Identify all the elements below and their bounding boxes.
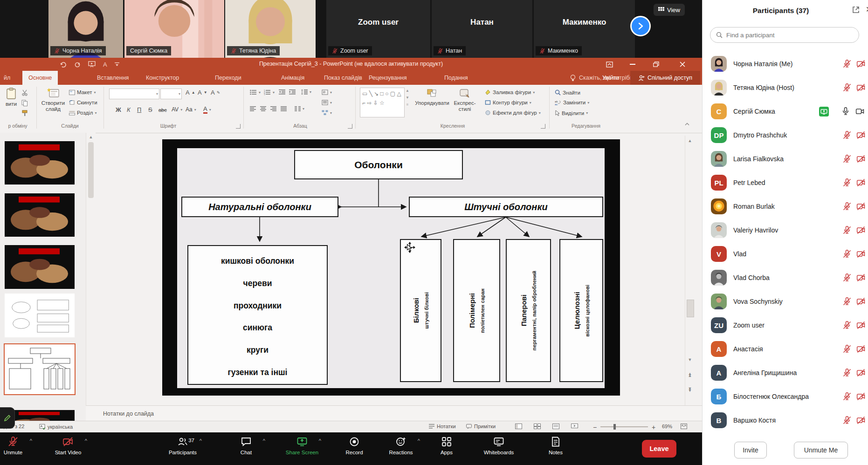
participant-row[interactable]: ББілостегнюк Олександра [703, 385, 868, 409]
new-slide-button[interactable]: Створитислайд [40, 88, 66, 112]
video-tile[interactable]: НатанНатан [432, 0, 532, 58]
shape-effects-button[interactable]: Ефекти для фігур▾ [485, 110, 541, 116]
reactions-button[interactable]: Reactions^ [375, 436, 427, 455]
restore-button[interactable] [645, 58, 667, 71]
participant-row[interactable]: AАнгеліна Грищишина [703, 361, 868, 385]
tab-8[interactable]: Подання [438, 71, 474, 85]
thumbnail-scrollbar[interactable]: ▲ [86, 133, 96, 421]
italic-button[interactable]: К [127, 106, 131, 113]
paste-button[interactable]: вити [3, 88, 20, 107]
comments-toggle[interactable]: Примітки [466, 424, 496, 429]
text-direction-icon[interactable]: ▾ [322, 89, 332, 95]
diagram-natural-list[interactable]: кишкові оболонкичеревипроходникисинюгакр… [187, 245, 328, 385]
underline-button[interactable]: П [137, 106, 141, 113]
cut-icon[interactable] [21, 89, 28, 96]
line-spacing-icon[interactable]: ▾ [301, 89, 311, 95]
align-right-icon[interactable] [270, 106, 276, 111]
justify-icon[interactable] [281, 106, 287, 111]
numbering-icon[interactable]: 123▾ [264, 89, 275, 95]
align-center-icon[interactable] [260, 106, 266, 111]
start-video-button[interactable]: Start Video^ [42, 436, 94, 455]
shrink-font-icon[interactable]: A▼ [198, 89, 207, 96]
participant-row[interactable]: Roman Burlak [703, 195, 868, 219]
close-button[interactable] [668, 58, 696, 71]
participants-button[interactable]: Participants37^ [157, 436, 208, 455]
caret-up-icon[interactable]: ^ [200, 438, 202, 444]
align-left-icon[interactable] [250, 106, 256, 111]
fit-slide-icon[interactable] [681, 424, 687, 429]
participant-row[interactable]: AАнастасія [703, 337, 868, 361]
unmute-me-button[interactable]: Unmute Me [794, 442, 848, 458]
caret-up-icon[interactable]: ^ [85, 438, 87, 444]
caret-up-icon[interactable]: ^ [319, 438, 321, 444]
tab-7[interactable]: Рецензування [363, 71, 413, 85]
minimize-button[interactable] [622, 58, 643, 71]
previous-slide-button[interactable]: ▲▲ [685, 369, 695, 380]
font-color-button[interactable]: А▾ [203, 105, 211, 114]
annotation-toolbar-handle[interactable] [0, 407, 15, 429]
diagram-root-box[interactable]: Оболонки [294, 150, 463, 179]
participant-row[interactable]: ВВаршко Костя [703, 409, 868, 432]
participant-row[interactable]: VVlad [703, 242, 868, 266]
bullets-icon[interactable]: ▾ [250, 89, 261, 95]
reset-slide-button[interactable]: Скинути [69, 100, 97, 105]
zoom-out-button[interactable]: − [593, 424, 597, 431]
whiteboards-button[interactable]: Whiteboards [473, 436, 524, 455]
share-tab[interactable]: Спільний доступ [630, 71, 700, 85]
next-videos-button[interactable] [630, 16, 651, 36]
zoom-in-button[interactable]: + [652, 424, 655, 431]
artificial-casing-column[interactable]: Полімерні поліетилен саран [453, 239, 500, 382]
select-button[interactable]: Виділити▾ [555, 110, 588, 116]
slide-thumbnail[interactable] [5, 294, 75, 337]
shapes-gallery-scroll[interactable]: ▲▼≡ [406, 89, 409, 107]
record-button[interactable]: Record [329, 436, 380, 455]
notes-button[interactable]: Notes [530, 436, 581, 455]
participant-row[interactable]: Vova Sochynskiy [703, 290, 868, 314]
video-tile[interactable]: Zoom userZoom user [326, 0, 430, 58]
columns-icon[interactable]: ▾ [295, 106, 304, 111]
participant-row[interactable]: Vlad Chorba [703, 266, 868, 290]
tab-3[interactable]: Конструктор [140, 71, 185, 85]
convert-smartart-icon[interactable]: ▾ [322, 110, 332, 116]
scroll-up-icon[interactable]: ▲ [685, 136, 695, 146]
format-painter-icon[interactable] [21, 110, 28, 116]
grow-font-icon[interactable]: A▲ [186, 89, 195, 96]
caret-up-icon[interactable]: ^ [30, 438, 32, 444]
ribbon-display-options-button[interactable] [599, 58, 620, 71]
align-text-icon[interactable]: ▾ [322, 100, 332, 105]
copy-icon[interactable] [21, 100, 28, 106]
shapes-gallery[interactable]: ▭ ╲ ↘ □ ○ ▢ △ ⌐ ⇨ ⇩ ☆ [360, 88, 405, 117]
tab-file[interactable]: йл [0, 71, 14, 85]
shape-fill-button[interactable]: Заливка фігури▾ [485, 89, 535, 95]
participant-row[interactable]: DPDmytro Prashchuk [703, 123, 868, 147]
pop-out-icon[interactable] [852, 6, 860, 14]
caret-up-icon[interactable]: ^ [263, 438, 265, 444]
sign-in-link[interactable]: Увійти [602, 71, 619, 85]
participant-row[interactable]: Чорна Наталія (Me) [703, 52, 868, 76]
clear-format-icon[interactable]: A✎ [211, 89, 220, 96]
slide-sorter-icon[interactable] [534, 424, 541, 429]
chat-button[interactable]: Chat^ [220, 436, 272, 455]
video-tile[interactable]: МакименкоМакименко [534, 0, 635, 58]
artificial-casing-column[interactable]: Білкові штучні білкові [400, 239, 441, 382]
arrange-button[interactable]: Упорядкувати [415, 89, 449, 106]
font-size-combo[interactable]: ▾ [160, 89, 182, 99]
section-button[interactable]: Розділ▾ [69, 110, 96, 116]
apps-button[interactable]: Apps [421, 436, 472, 455]
video-tile[interactable]: Тетяна Юдіна [225, 0, 316, 58]
participant-row[interactable]: Larisa Fialkovska [703, 147, 868, 171]
slide-thumbnail[interactable] [5, 193, 75, 237]
drawing-dialog-launcher[interactable] [541, 124, 545, 129]
diagram-natural-box[interactable]: Натуральні оболонки [181, 197, 338, 217]
collapse-ribbon-icon[interactable] [684, 122, 690, 126]
shadow-button[interactable]: abc [158, 107, 167, 113]
slideshow-view-icon[interactable] [571, 424, 578, 429]
paragraph-dialog-launcher[interactable] [348, 124, 352, 129]
font-dialog-launcher[interactable] [236, 124, 241, 129]
bold-button[interactable]: Ж [116, 106, 121, 113]
share-screen-button[interactable]: Share Screen^ [276, 436, 328, 455]
video-tile[interactable]: Сергій Сюмка [124, 0, 224, 58]
participant-row[interactable]: Valeriy Havrilov [703, 219, 868, 242]
next-slide-button[interactable]: ▼▼ [685, 384, 695, 395]
participant-row[interactable]: Тетяна Юдіна (Host) [703, 76, 868, 100]
